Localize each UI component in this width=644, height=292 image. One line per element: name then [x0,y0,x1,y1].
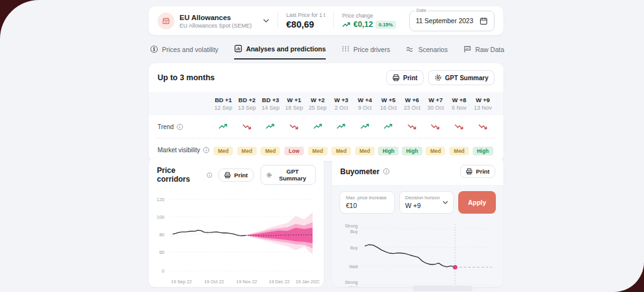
trend-up-icon [336,123,346,130]
visibility-cell: High [400,144,424,155]
print-button[interactable]: Print [460,165,495,178]
date-picker[interactable]: Date 11 September 2023 [409,11,495,31]
decision-horizon-select[interactable]: Decision horizon W +9 [399,191,454,214]
tab-analyses-and-predictions[interactable]: Analyses and predictions [234,44,326,60]
svg-text:Wait: Wait [349,264,358,269]
decision-horizon-label: Decision horizon [405,195,448,201]
tab-prices-and-volatility[interactable]: Prices and volatility [150,44,218,60]
tab-label: Analyses and predictions [246,45,326,53]
instrument-name: EU Allowances [180,14,231,21]
forecast-column-header: BD +2 13 Sep [235,96,259,111]
trend-up-icon [313,123,323,130]
max-price-value: €10 [346,202,389,209]
print-label: Print [403,75,417,81]
column-date: 18 Sep [282,105,306,111]
trend-up-icon [384,123,393,130]
chevron-down-icon[interactable] [263,19,269,23]
gpt-summary-button[interactable]: GPT Summary [428,70,495,85]
grid-icon [341,45,350,53]
svg-text:19 Dec 22: 19 Dec 22 [269,279,289,284]
instrument-header-card: EU Allowances EU Allowances Spot (SEME) … [149,6,503,35]
divider [333,13,334,29]
column-period: W +8 [448,96,471,103]
column-period: W +6 [400,96,424,103]
visibility-badge: Med [331,147,351,155]
column-date: 30 Oct [424,105,448,111]
trend-cell [448,121,471,132]
info-icon[interactable] [203,147,210,154]
waves-icon [405,45,414,53]
info-icon[interactable] [176,123,183,130]
visibility-badge: High [378,147,399,155]
price-corridors-card: Price corridors Print GPT Summary 120100… [149,158,324,287]
forecast-card: Up to 3 months Print GPT Summary [149,63,503,161]
svg-text:19 Oct 22: 19 Oct 22 [204,279,224,284]
svg-text:Buy: Buy [350,246,358,251]
factory-icon [158,13,174,29]
info-icon[interactable] [207,172,212,179]
horizontal-scrollbar-thumb[interactable] [412,286,473,291]
trend-down-icon [289,123,299,130]
forecast-column-header: W +4 9 Oct [353,96,377,111]
visibility-badge: Med [213,147,233,155]
forecast-column-header: BD +1 12 Sep [212,96,235,111]
calendar-icon[interactable] [480,17,488,25]
trend-down-icon [454,123,464,130]
trend-cell [235,121,259,132]
trend-cell [471,121,495,132]
apply-button[interactable]: Apply [458,191,496,214]
divider [277,13,278,29]
last-price-value: €80,69 [286,19,325,29]
visibility-badge: Low [284,147,304,155]
decision-horizon-value: W +9 [405,202,448,209]
tab-label: Price drivers [353,46,390,53]
svg-text:19 Nov 22: 19 Nov 22 [236,279,257,284]
visibility-cell: High [471,144,495,155]
printer-icon [466,168,473,175]
tab-scenarios[interactable]: Scenarios [405,44,448,60]
print-button[interactable]: Print [386,70,424,85]
svg-text:19 Jan 2023: 19 Jan 2023 [296,279,319,284]
tab-label: Prices and volatility [162,46,218,53]
visibility-badge: Med [237,147,257,155]
print-button[interactable]: Print [218,169,254,182]
visibility-cell: Med [212,144,235,155]
trend-cell [424,121,448,132]
svg-text:19 Sep 22: 19 Sep 22 [171,279,191,284]
chevron-down-icon [443,201,448,204]
forecast-column-header: W +5 16 Oct [377,96,400,111]
svg-text:Buy: Buy [350,229,358,234]
tab-raw-data[interactable]: Raw Data [463,44,504,60]
column-date: 16 Oct [377,105,400,111]
screenshot-backdrop: EU Allowances EU Allowances Spot (SEME) … [0,0,644,292]
trend-cell [377,121,400,132]
column-period: W +5 [377,96,400,103]
visibility-cell: Low [282,144,306,155]
visibility-badge: Med [308,147,328,155]
column-date: 12 Sep [212,105,235,111]
trend-down-icon [478,123,488,130]
svg-text:Wait: Wait [349,286,358,288]
price-corridors-title: Price corridors [157,166,203,184]
gear-icon [266,172,272,179]
gpt-summary-button[interactable]: GPT Summary [260,165,316,185]
svg-text:0: 0 [162,268,164,274]
tab-price-drivers[interactable]: Price drivers [341,44,390,60]
column-date: 14 Sep [259,105,282,111]
forecast-title: Up to 3 months [158,73,386,82]
trend-row: Trend [149,115,503,138]
column-period: BD +3 [259,96,282,103]
trend-cell [353,121,377,132]
visibility-badge: Med [426,147,445,155]
trend-down-icon [242,123,252,130]
visibility-cell: High [377,144,400,155]
max-price-increase-input[interactable]: Max. price increase €10 [340,191,395,214]
trend-row-label: Trend [158,123,174,130]
last-price-block: Last Price for 1 t €80,69 [286,12,325,29]
column-date: 2 Oct [330,105,353,111]
info-icon[interactable] [383,168,390,175]
trend-cell [212,121,235,132]
instrument-selector[interactable]: EU Allowances EU Allowances Spot (SEME) [158,11,269,29]
printer-icon [224,172,231,179]
column-date: 23 Oct [400,105,424,111]
